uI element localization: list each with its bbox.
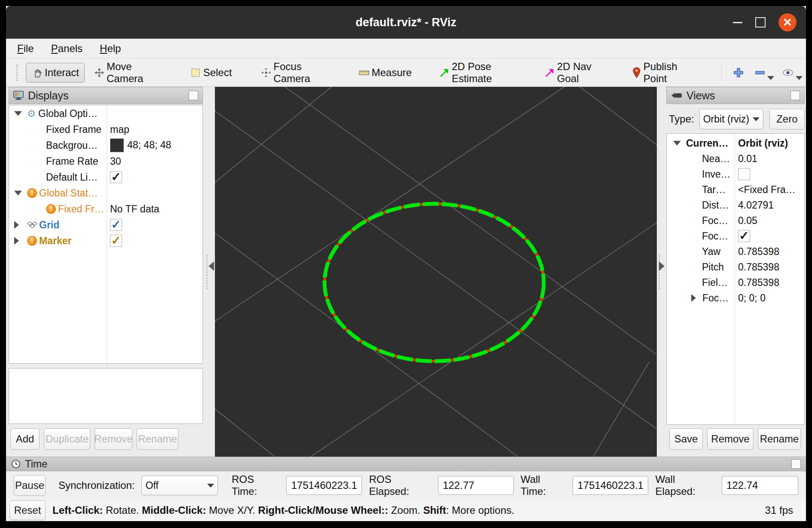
checkbox-checked[interactable] <box>110 235 122 247</box>
hide-left-panel-icon[interactable] <box>208 261 214 271</box>
duplicate-button[interactable]: Duplicate <box>44 428 90 450</box>
tool-interact[interactable]: Interact <box>26 63 85 83</box>
window-controls: ✕ <box>733 6 797 39</box>
row-focal-shape-size[interactable]: Foc… 0.05 <box>667 213 804 228</box>
row-near-clip[interactable]: Nea… 0.01 <box>667 151 804 166</box>
row-marker[interactable]: Marker <box>9 233 202 249</box>
expander-icon[interactable] <box>14 237 19 245</box>
splitter-handle[interactable] <box>206 255 208 289</box>
tool-move-camera[interactable]: Move Camera <box>89 57 164 88</box>
move-arrows-icon <box>94 67 104 78</box>
add-tool-button[interactable] <box>733 67 744 78</box>
panel-float-box[interactable] <box>791 91 800 100</box>
views-panel-header[interactable]: Views <box>666 87 805 104</box>
checkbox-unchecked[interactable] <box>738 168 750 180</box>
tool-properties-button[interactable] <box>782 65 803 80</box>
view-type-dropdown[interactable]: Orbit (rviz) <box>699 109 763 129</box>
row-focal-point[interactable]: Foc… 0; 0; 0 <box>667 290 804 306</box>
row-default-light[interactable]: Default Li… <box>9 169 202 185</box>
menu-file[interactable]: File <box>17 43 34 55</box>
tool-2d-pose-estimate[interactable]: 2D Pose Estimate <box>434 57 524 88</box>
panel-float-box[interactable] <box>189 91 198 100</box>
splitter-handle[interactable] <box>659 255 660 289</box>
left-splitter[interactable] <box>203 87 215 457</box>
checkbox-checked[interactable] <box>738 230 750 242</box>
displays-panel-header[interactable]: Displays <box>9 87 203 104</box>
color-swatch[interactable] <box>110 138 124 152</box>
ground-grid <box>215 87 657 457</box>
checkbox-checked[interactable] <box>110 171 122 183</box>
expander-icon[interactable] <box>673 141 681 146</box>
row-current-view[interactable]: Curren… Orbit (rviz) <box>667 135 804 151</box>
wall-elapsed-field[interactable] <box>722 476 798 495</box>
remove-view-button[interactable]: Remove <box>707 428 754 450</box>
tool-measure[interactable]: Measure <box>353 63 417 82</box>
wall-time-label: Wall Time: <box>521 473 566 497</box>
wall-time-field[interactable] <box>573 476 648 495</box>
row-focal-shape-fixed[interactable]: Foc… <box>667 228 804 244</box>
tool-publish-point[interactable]: Publish Point <box>627 57 698 88</box>
selection-box-icon <box>190 67 201 78</box>
chevron-down-icon[interactable] <box>767 76 774 80</box>
render-viewport[interactable] <box>215 87 657 457</box>
panel-float-box[interactable] <box>791 459 801 469</box>
clock-icon <box>11 459 21 469</box>
rename-view-button[interactable]: Rename <box>758 428 801 450</box>
save-button[interactable]: Save <box>669 428 703 450</box>
tool-select[interactable]: Select <box>185 63 237 82</box>
row-background-color[interactable]: Backgrou… 48; 48; 48 <box>9 137 202 153</box>
chevron-down-icon[interactable] <box>796 76 803 80</box>
window-title: default.rviz* - RViz <box>355 16 457 29</box>
expander-icon[interactable] <box>14 221 19 229</box>
zero-button[interactable]: Zero <box>769 109 805 129</box>
row-grid[interactable]: Grid <box>9 217 202 233</box>
row-invert-z[interactable]: Inve… <box>667 166 804 182</box>
gear-icon: ⚙ <box>27 108 36 118</box>
pause-button[interactable]: Pause <box>14 475 46 496</box>
row-global-status[interactable]: Global Stat… <box>9 185 202 201</box>
row-yaw[interactable]: Yaw 0.785398 <box>667 244 804 259</box>
expander-icon[interactable] <box>691 294 696 302</box>
toolbar-drag-handle[interactable] <box>16 64 20 81</box>
remove-button[interactable]: Remove <box>95 428 132 450</box>
minimize-icon[interactable] <box>733 22 742 23</box>
displays-buttons: Add Duplicate Remove Rename <box>10 428 178 450</box>
sync-dropdown[interactable]: Off <box>141 476 218 495</box>
right-splitter[interactable] <box>657 87 666 457</box>
row-pitch[interactable]: Pitch 0.785398 <box>667 259 804 275</box>
time-panel-title: Time <box>25 458 47 470</box>
titlebar[interactable]: default.rviz* - RViz ✕ <box>6 6 806 39</box>
view-type-row: Type: Orbit (rviz) Zero <box>666 108 805 130</box>
hide-right-panel-icon[interactable] <box>659 261 665 271</box>
displays-panel: Displays ⚙ Global Opti… Fixed Frame map … <box>9 87 203 457</box>
close-icon[interactable]: ✕ <box>778 13 797 31</box>
maximize-icon[interactable] <box>755 17 766 28</box>
time-panel-header[interactable]: Time <box>6 457 806 471</box>
fps-counter: 31 fps <box>765 504 793 516</box>
row-distance[interactable]: Dist… 4.02791 <box>667 197 804 213</box>
row-target-frame[interactable]: Tar… <Fixed Fra… <box>667 182 804 197</box>
menu-bar: File Panels Help <box>6 39 806 58</box>
expander-icon[interactable] <box>14 111 22 116</box>
ros-elapsed-field[interactable] <box>438 476 514 495</box>
reset-button[interactable]: Reset <box>9 500 46 520</box>
checkbox-checked[interactable] <box>110 219 122 231</box>
menu-panels[interactable]: Panels <box>51 43 83 55</box>
rename-button[interactable]: Rename <box>137 428 178 450</box>
tool-2d-nav-goal[interactable]: 2D Nav Goal <box>539 57 610 88</box>
row-field-of-view[interactable]: Fiel… 0.785398 <box>667 275 804 290</box>
expander-icon[interactable] <box>14 190 22 195</box>
remove-tool-button[interactable] <box>754 65 774 80</box>
toolbar-separator <box>721 64 722 82</box>
grid-icon <box>27 221 37 228</box>
ros-time-field[interactable] <box>286 476 362 495</box>
add-button[interactable]: Add <box>10 428 40 450</box>
row-global-options[interactable]: ⚙ Global Opti… <box>9 105 202 121</box>
displays-panel-title: Displays <box>28 89 68 102</box>
row-fixed-frame[interactable]: Fixed Frame map <box>9 121 202 137</box>
row-fixed-frame-status[interactable]: Fixed Fr… No TF data <box>9 201 202 217</box>
ruler-icon <box>359 67 370 78</box>
row-frame-rate[interactable]: Frame Rate 30 <box>9 153 202 169</box>
menu-help[interactable]: Help <box>100 43 121 55</box>
tool-focus-camera[interactable]: Focus Camera <box>256 57 333 88</box>
